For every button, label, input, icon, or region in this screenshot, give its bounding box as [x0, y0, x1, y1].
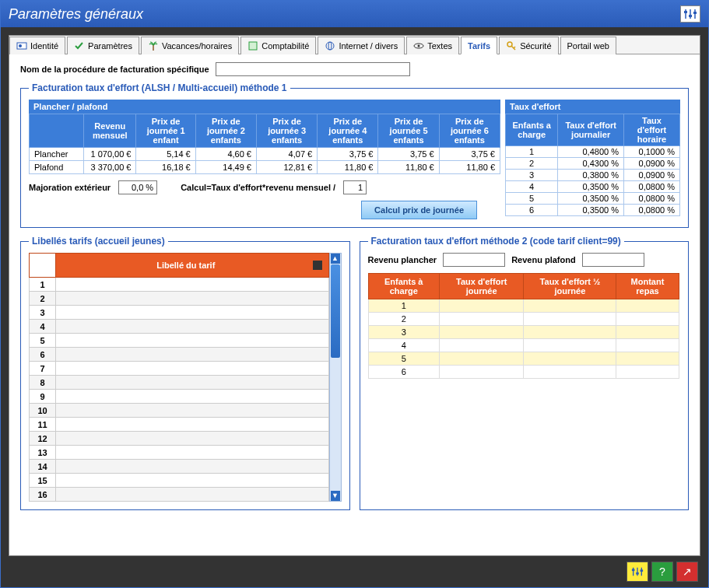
table-row[interactable]: 5: [368, 352, 679, 366]
majoration-label: Majoration extérieur: [29, 183, 111, 192]
tab-bar: Identité Paramètres Vacances/horaires Co…: [9, 36, 700, 54]
list-item[interactable]: 6: [30, 348, 329, 362]
proc-input[interactable]: [216, 62, 410, 76]
table-methode2: Enfants à charge Taux d'effort journée T…: [368, 273, 679, 379]
legend-m1: Facturation taux d'effort (ALSH / Multi-…: [29, 82, 290, 93]
majoration-input[interactable]: [118, 180, 157, 194]
calc-divisor-input[interactable]: [343, 180, 367, 194]
list-item[interactable]: 2: [30, 292, 329, 306]
list-item[interactable]: 1: [30, 278, 329, 292]
list-item[interactable]: 12: [30, 432, 329, 446]
table-libelles: N° Libellé du tarif 1 2 3 4 5 6 7 8 9: [29, 253, 329, 502]
fieldset-methode1: Facturation taux d'effort (ALSH / Multi-…: [20, 82, 689, 228]
row-plafond[interactable]: Plafond 3 370,00 € 16,18 € 14,49 € 12,81…: [30, 161, 500, 174]
list-item[interactable]: 15: [30, 474, 329, 488]
list-item[interactable]: 8: [30, 376, 329, 390]
check-icon: [74, 40, 85, 51]
list-item[interactable]: 11: [30, 418, 329, 432]
tab-parametres[interactable]: Paramètres: [67, 37, 139, 54]
tab-vacances[interactable]: Vacances/horaires: [141, 37, 239, 54]
list-item[interactable]: 3: [30, 306, 329, 320]
rate-title: Taux d'effort: [505, 100, 680, 114]
tab-textes[interactable]: Textes: [406, 37, 459, 54]
help-icon: ?: [659, 565, 665, 578]
id-icon: [16, 40, 27, 51]
tab-tarifs[interactable]: Tarifs: [461, 37, 497, 54]
rev-plancher-input[interactable]: [443, 253, 505, 267]
svg-point-10: [328, 42, 332, 50]
legend-lib: Libellés tarifs (accueil jeunes): [29, 236, 168, 247]
legend-m2: Facturation taux d'effort méthode 2 (cod…: [368, 236, 624, 247]
svg-point-9: [326, 42, 334, 50]
settings-icon[interactable]: [680, 5, 700, 23]
table-row[interactable]: 2: [368, 313, 679, 326]
calc-button[interactable]: Calcul prix de journée: [361, 201, 477, 219]
list-item[interactable]: 16: [30, 488, 329, 502]
tab-portail[interactable]: Portail web: [560, 37, 616, 54]
close-button[interactable]: ↗: [676, 562, 698, 582]
book-icon: [247, 40, 258, 51]
footer-buttons: ? ↗: [627, 562, 698, 582]
tab-securite[interactable]: Sécurité: [499, 37, 558, 54]
scrollbar[interactable]: ▲ ▼: [329, 253, 342, 502]
list-item[interactable]: 9: [30, 390, 329, 404]
titlebar: Paramètres généraux: [1, 1, 708, 27]
list-item[interactable]: 4: [30, 320, 329, 334]
scroll-thumb[interactable]: [331, 264, 340, 358]
table-plancher: Revenu mensuel Prix de journée 1 enfant …: [29, 114, 500, 174]
globe-icon: [325, 40, 335, 51]
svg-point-7: [19, 44, 22, 47]
settings-button[interactable]: [627, 562, 648, 582]
fieldset-methode2: Facturation taux d'effort méthode 2 (cod…: [360, 236, 690, 510]
list-item[interactable]: 13: [30, 446, 329, 460]
palm-icon: [148, 40, 159, 51]
tab-internet[interactable]: Internet / divers: [318, 37, 405, 54]
tab-identite[interactable]: Identité: [9, 37, 65, 54]
rev-plafond-label: Revenu plafond: [511, 255, 576, 264]
svg-rect-19: [641, 569, 644, 572]
arrow-icon: ↗: [683, 565, 692, 578]
row-plancher[interactable]: Plancher 1 070,00 € 5,14 € 4,60 € 4,07 €…: [30, 148, 500, 161]
svg-rect-8: [249, 42, 257, 50]
svg-rect-3: [684, 11, 687, 13]
fieldset-libelles: Libellés tarifs (accueil jeunes) N° Libe…: [20, 236, 350, 510]
list-item[interactable]: 10: [30, 404, 329, 418]
svg-rect-18: [636, 572, 639, 575]
trash-icon[interactable]: [313, 261, 322, 270]
rev-plancher-label: Revenu plancher: [368, 255, 437, 264]
table-row[interactable]: 3: [368, 326, 679, 339]
scroll-up-icon[interactable]: ▲: [331, 254, 340, 264]
plancher-title: Plancher / plafond: [29, 100, 500, 114]
table-row[interactable]: 6: [368, 366, 679, 379]
help-button[interactable]: ?: [651, 562, 673, 582]
table-row[interactable]: 1: [368, 299, 679, 313]
eye-icon: [413, 40, 424, 51]
svg-rect-5: [693, 12, 697, 14]
scroll-down-icon[interactable]: ▼: [331, 491, 340, 501]
svg-rect-17: [632, 569, 635, 571]
svg-rect-4: [689, 15, 692, 17]
window-title: Paramètres généraux: [9, 6, 143, 23]
rev-plafond-input[interactable]: [582, 253, 644, 267]
calc-label: Calcul=Taux d'effort*revenu mensuel /: [181, 183, 335, 192]
table-rate: Enfants a charge Taux d'effort journalie…: [505, 114, 680, 216]
svg-point-12: [418, 45, 420, 47]
list-item[interactable]: 5: [30, 334, 329, 348]
proc-label: Nom de la procédure de facturation spéci…: [20, 65, 209, 74]
list-item[interactable]: 14: [30, 460, 329, 474]
key-icon: [506, 40, 517, 51]
table-row[interactable]: 4: [368, 339, 679, 352]
list-item[interactable]: 7: [30, 362, 329, 376]
tab-comptabilite[interactable]: Comptabilité: [240, 37, 316, 54]
